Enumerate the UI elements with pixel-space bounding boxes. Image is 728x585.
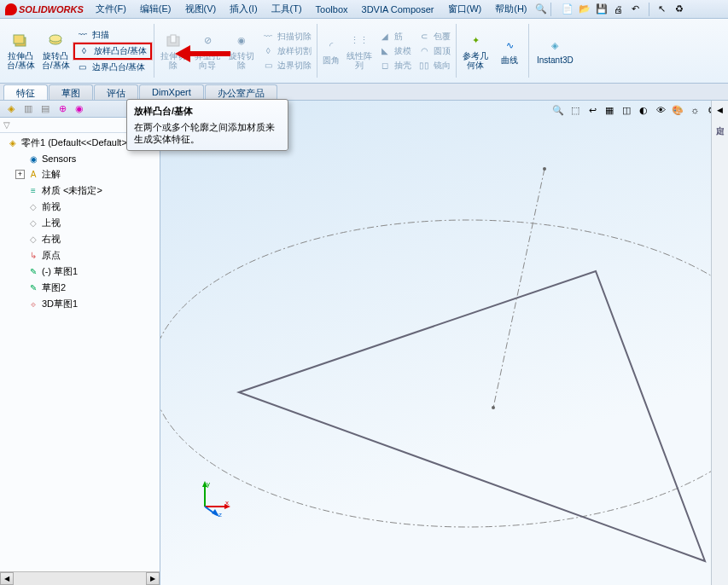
search-icon[interactable]: 🔍	[534, 3, 548, 16]
rib-button[interactable]: ◢筋	[376, 30, 415, 43]
instant3d-button[interactable]: ◈Instant3D	[531, 20, 579, 81]
curves-button[interactable]: ∿曲线	[492, 20, 527, 81]
select-icon[interactable]: ↖	[655, 3, 669, 16]
menu-tools[interactable]: 工具(T)	[265, 1, 309, 17]
tree-node-2[interactable]: ≡材质 <未指定>	[2, 182, 158, 199]
tree-node-7[interactable]: ✎(-) 草图1	[2, 264, 158, 280]
node-label: 上视	[42, 217, 61, 229]
menu-help[interactable]: 帮助(H)	[488, 1, 533, 17]
shell-icon: ◻	[379, 60, 391, 72]
feat-group-1: ◢筋 ◣拔模 ◻抽壳	[376, 20, 415, 81]
boundary-icon: ▭	[77, 61, 89, 73]
tab-dimxpert[interactable]: DimXpert	[139, 84, 204, 100]
ribbon-features: 拉伸凸台/基体 旋转凸台/基体 〰扫描 ◊放样凸台/基体 ▭边界凸台/基体 拉伸…	[0, 19, 728, 84]
svg-line-10	[493, 169, 545, 408]
tree-hscroll[interactable]: ◀ ▶	[0, 571, 160, 585]
tree-tab-fm-icon[interactable]: ◈	[3, 102, 19, 116]
node-label: 前视	[42, 200, 61, 213]
tree-node-3[interactable]: ◇前视	[2, 199, 158, 215]
task-pane-toggle-icon[interactable]: ◀	[717, 106, 723, 114]
menu-file[interactable]: 文件(F)	[89, 1, 133, 17]
tree-tab-prop-icon[interactable]: ▥	[20, 102, 36, 116]
save-icon[interactable]: 💾	[595, 3, 609, 16]
tree-tab-disp-icon[interactable]: ◉	[72, 102, 87, 116]
expand-icon[interactable]: +	[15, 170, 25, 179]
open-icon[interactable]: 📂	[578, 3, 591, 16]
tree-node-8[interactable]: ✎草图2	[2, 280, 158, 296]
tab-office[interactable]: 办公室产品	[205, 84, 277, 100]
tree-node-6[interactable]: ↳原点	[2, 247, 158, 264]
tab-features[interactable]: 特征	[3, 84, 48, 100]
fillet-button[interactable]: ◜圆角	[319, 20, 343, 81]
linear-pattern-button[interactable]: ⋮⋮线性阵列	[343, 20, 376, 81]
rebuild-icon[interactable]: ♻	[673, 3, 686, 16]
node-icon: A	[27, 169, 39, 181]
revolve-cut-button[interactable]: ◉ 旋转切除	[224, 20, 259, 81]
sketch-geometry	[160, 101, 728, 568]
node-icon: ✎	[27, 266, 39, 278]
draft-icon: ◣	[379, 45, 391, 57]
draft-button[interactable]: ◣拔模	[376, 44, 415, 58]
loft-button[interactable]: ◊放样凸台/基体	[73, 43, 153, 60]
tree-node-0[interactable]: ◉Sensors	[2, 151, 158, 166]
node-icon: ✎	[27, 282, 39, 294]
svg-rect-1	[14, 35, 24, 43]
tree-node-4[interactable]: ◇上视	[2, 215, 158, 231]
tree-tab-config-icon[interactable]: ▤	[38, 102, 53, 116]
loft-tooltip: 放样凸台/基体 在两个或多个轮廓之间添加材质来生成实体特征。	[126, 99, 288, 151]
extrude-boss-button[interactable]: 拉伸凸台/基体	[3, 20, 38, 81]
svg-point-12	[492, 406, 495, 409]
loft-icon: ◊	[79, 45, 90, 57]
extrude-icon	[12, 32, 29, 49]
tab-sketch[interactable]: 草图	[49, 84, 93, 100]
node-icon: ≡	[27, 185, 39, 197]
node-label: 材质 <未指定>	[42, 184, 102, 197]
dome-button[interactable]: ◠圆顶	[415, 44, 454, 58]
menu-insert[interactable]: 插入(I)	[223, 1, 264, 17]
print-icon[interactable]: 🖨	[612, 3, 626, 16]
boundary-button[interactable]: ▭边界凸台/基体	[73, 61, 153, 74]
wrap-button[interactable]: ⊂包覆	[415, 30, 454, 43]
triad-icon: y x z	[195, 479, 232, 517]
scroll-right-icon[interactable]: ▶	[146, 572, 160, 585]
feature-tree-panel: ◈ ▥ ▤ ⊕ ◉ ▽ ◈ 零件1 (Default<<Default>_Ph …	[0, 101, 160, 585]
task-pane[interactable]: ◀ 自定	[711, 101, 728, 585]
undo-icon[interactable]: ↶	[629, 3, 643, 16]
ref-geom-button[interactable]: ✦参考几何体	[458, 20, 492, 81]
mirror-button[interactable]: ▯▯镜向	[415, 59, 454, 72]
menu-window[interactable]: 窗口(W)	[441, 1, 489, 17]
tooltip-title: 放样凸台/基体	[134, 105, 281, 118]
tree-node-9[interactable]: ⟐3D草图1	[2, 296, 158, 312]
scroll-track[interactable]	[14, 572, 146, 585]
svg-marker-9	[239, 271, 705, 561]
menu-toolbox[interactable]: Toolbox	[309, 3, 355, 16]
svg-text:y: y	[207, 480, 210, 488]
tree-node-1[interactable]: +A注解	[2, 166, 158, 182]
ribbon-sep-3	[456, 24, 457, 78]
loft-cut-button[interactable]: ◊放样切割	[259, 44, 315, 58]
extrude-cut-button[interactable]: 拉伸切除	[156, 20, 190, 81]
sweep-button[interactable]: 〰扫描	[73, 28, 153, 42]
node-icon: ↳	[27, 250, 39, 262]
scroll-left-icon[interactable]: ◀	[0, 572, 14, 585]
app-logo: SOLIDWORKS	[0, 3, 89, 15]
revolve-boss-button[interactable]: 旋转凸台/基体	[38, 20, 73, 81]
menu-edit[interactable]: 编辑(E)	[133, 1, 178, 17]
graphics-viewport[interactable]: 🔍 ⬚ ↩ ▦ ◫ ◐ 👁 🎨 ☼ ⚙ y x	[160, 101, 728, 585]
tree-tab-dim-icon[interactable]: ⊕	[55, 102, 70, 116]
ref-geom-icon: ✦	[467, 32, 484, 49]
boundary-cut-button[interactable]: ▭边界切除	[259, 59, 315, 72]
node-label: 草图2	[42, 281, 66, 294]
new-icon[interactable]: 📄	[561, 3, 574, 16]
part-icon: ◈	[7, 137, 19, 149]
feat-group-2: ⊂包覆 ◠圆顶 ▯▯镜向	[415, 20, 454, 81]
shell-button[interactable]: ◻抽壳	[376, 59, 415, 72]
feature-tree[interactable]: ◈ 零件1 (Default<<Default>_Ph ◉Sensors+A注解…	[0, 133, 160, 571]
hole-wizard-button[interactable]: ⊘ 异型孔向导	[190, 20, 224, 81]
node-label: 原点	[42, 249, 61, 262]
tree-node-5[interactable]: ◇右视	[2, 231, 158, 247]
tab-evaluate[interactable]: 评估	[94, 84, 138, 100]
sweep-cut-button[interactable]: 〰扫描切除	[259, 30, 315, 43]
menu-view[interactable]: 视图(V)	[178, 1, 224, 17]
menu-3dvia[interactable]: 3DVIA Composer	[355, 3, 441, 16]
